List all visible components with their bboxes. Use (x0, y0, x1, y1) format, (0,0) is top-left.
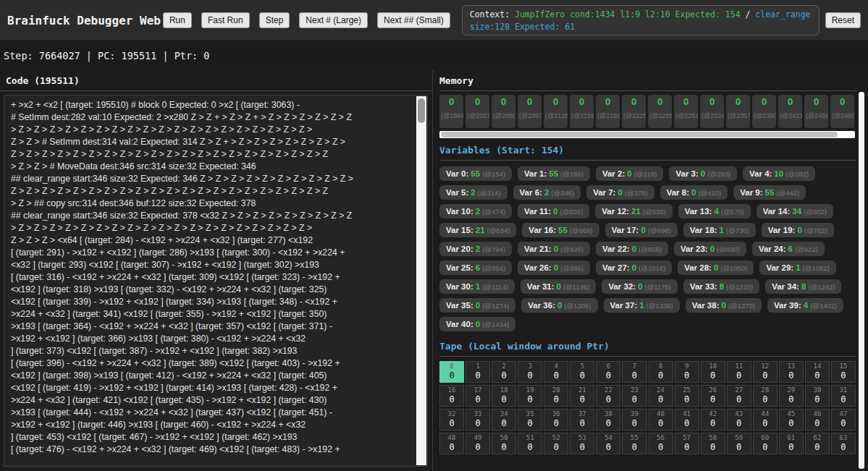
variable-value: 0 (641, 226, 645, 234)
tape-cell-index: 8 (649, 362, 673, 370)
tape-cell: 3 0 (518, 361, 542, 383)
code-line: Z > Z > Z > <x64 [ (target: 284) - <x192… (11, 234, 410, 247)
tape-cell-value: 0 (728, 442, 751, 452)
variables-title: Variables (Start: 154) (439, 140, 856, 161)
toolbar-button[interactable]: Next # (Large) (299, 12, 368, 28)
variable-label: Var 31: (527, 282, 555, 291)
code-line: >x192 + <x192 ] (target: 366) >x193 [ (t… (11, 333, 410, 345)
tape-cell: 7 0 (622, 361, 646, 383)
variable-value: 21 (476, 226, 485, 234)
memory-cell-address: (@2258) (648, 112, 672, 119)
tape-cell: 28 0 (753, 385, 778, 407)
variable-label: Var 35: (446, 301, 473, 310)
variable-label: Var 15: (446, 226, 473, 234)
tape-cell-index: 10 (701, 362, 725, 370)
code-scrollbar[interactable] (416, 96, 426, 465)
variable-value: 4 (714, 207, 718, 216)
context-separator: / (741, 9, 756, 20)
tape-cell: 32 0 (439, 409, 464, 430)
variable-chip: Var 27:0(@1018) (596, 260, 672, 275)
variable-address: (@1338) (646, 302, 673, 310)
variable-label: Var 2: (602, 169, 625, 178)
variable-address: (@1274) (482, 302, 509, 310)
reset-button[interactable]: Reset (825, 12, 861, 28)
tape-cell: 20 0 (544, 385, 568, 407)
tape-cell-index: 44 (754, 410, 777, 417)
variable-chip: Var 34:8(@1242) (765, 279, 841, 294)
variable-label: Var 8: (667, 188, 689, 197)
toolbar-button[interactable]: Step (259, 12, 290, 28)
right-panel-scrollbar[interactable] (859, 92, 864, 469)
tape-cell: 62 0 (805, 433, 830, 454)
context-instruction-b: clear_range start:26 (755, 9, 811, 20)
variable-chip: Var 10:2(@474) (439, 204, 512, 218)
variable-address: (@986) (560, 264, 583, 272)
tape-cell-index: 26 (701, 386, 725, 394)
memory-scrollbar-thumb[interactable] (441, 132, 838, 137)
tape-cell-index: 49 (466, 434, 489, 441)
variable-value: 0 (714, 263, 718, 272)
tape-cell: 4 0 (544, 361, 568, 383)
memory-panel: Memory 0 (@1994) 0 (@2027) 0 (@2060) (433, 70, 868, 471)
toolbar-button[interactable]: Next ## (Small) (377, 12, 450, 28)
variable-value: 0 (557, 282, 561, 291)
tape-cell-index: 0 (440, 362, 463, 370)
variable-label: Var 34: (772, 282, 799, 291)
tape-cell-value: 0 (466, 418, 489, 428)
variable-address: (@506) (560, 208, 583, 216)
toolbar-button[interactable]: Fast Run (201, 12, 250, 28)
memory-scrollbar[interactable] (439, 131, 855, 138)
tape-cell-index: 33 (466, 410, 489, 417)
tape-cell-index: 62 (806, 434, 829, 441)
tape-cell-index: 17 (466, 386, 489, 394)
memory-cell-value: 0 (596, 96, 620, 107)
toolbar-button[interactable]: Run (163, 12, 192, 28)
tape-cell-value: 0 (623, 394, 646, 404)
tape-cell-value: 0 (440, 442, 463, 452)
tape-cell-index: 37 (570, 410, 594, 417)
tape-cell-index: 4 (544, 362, 568, 370)
code-line: > Z > ## copy src:314 dest:346 buf:122 s… (11, 198, 410, 210)
memory-strip[interactable]: 0 (@1994) 0 (@2027) 0 (@2060) 0 (@2093) (439, 95, 855, 128)
context-box: Context: JumpIfZero cond:1434 l1:9 l2:10… (462, 5, 819, 35)
variable-label: Var 25: (446, 263, 473, 272)
variable-label: Var 19: (768, 226, 796, 234)
variable-address: (@922) (795, 245, 818, 253)
variable-label: Var 12: (602, 207, 629, 216)
tape-cell-index: 48 (440, 434, 463, 441)
variable-chip: Var 12:21(@538) (595, 204, 672, 218)
variable-address: (@410) (698, 189, 721, 197)
tape-cell-index: 5 (570, 362, 594, 370)
variable-chip: Var 21:0(@826) (518, 242, 590, 256)
memory-cell: 0 (@2126) (544, 95, 568, 128)
variable-chip: Var 16:55(@666) (522, 223, 599, 237)
tape-cell: 56 0 (649, 433, 673, 454)
tape-cell: 45 0 (779, 409, 804, 430)
variable-address: (@698) (648, 226, 671, 234)
memory-cell-value: 0 (700, 96, 724, 107)
memory-cell: 0 (@2390) (752, 95, 776, 128)
variable-value: 0 (618, 188, 622, 197)
variable-address: (@762) (804, 226, 827, 234)
tape-cell: 23 0 (622, 385, 646, 407)
memory-cell-value: 0 (726, 96, 750, 107)
code-view[interactable]: + >x2 + <x2 [ (target: 195510) # block 0… (4, 95, 428, 467)
tape-cell-value: 0 (754, 442, 777, 452)
variable-value: 1 (476, 282, 480, 291)
tape-cell-value: 0 (728, 418, 751, 428)
tape-cell-index: 63 (832, 434, 855, 441)
variable-chip: Var 35:0(@1274) (439, 298, 515, 313)
tape-cell: 27 0 (727, 385, 751, 407)
variables-list: Var 0:55(@154) Var 1:55(@186) Var 2:0(@2… (439, 161, 868, 336)
tape-cell: 6 0 (596, 361, 620, 383)
tape-cell: 52 0 (544, 433, 568, 454)
tape-cell-index: 36 (544, 410, 568, 417)
memory-cell-address: (@2225) (622, 112, 646, 119)
tape-cell-value: 0 (570, 394, 594, 404)
code-scrollbar-thumb[interactable] (418, 98, 425, 123)
tape-cell-index: 30 (806, 386, 829, 394)
tape-cell: 40 0 (649, 409, 673, 430)
variable-address: (@250) (707, 170, 730, 178)
variable-address: (@602) (804, 208, 827, 216)
tape-cell: 9 0 (675, 361, 699, 383)
